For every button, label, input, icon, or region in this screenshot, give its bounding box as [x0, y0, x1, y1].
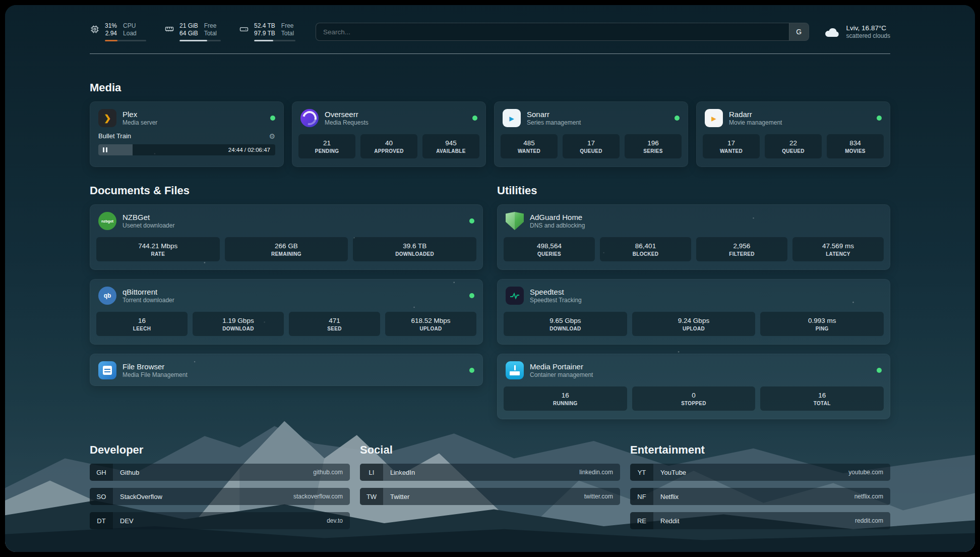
bookmark-twitter[interactable]: TWTwittertwitter.com — [360, 488, 620, 505]
stat-label: SEED — [291, 326, 378, 332]
stat-value: 1.19 Gbps — [195, 316, 282, 325]
stat-value: 9.24 Gbps — [634, 316, 754, 325]
service-card-header: ▸SonarrSeries management — [495, 102, 688, 132]
service-card-qbittorrent[interactable]: qbqBittorrentTorrent downloader16LEECH1.… — [90, 279, 483, 345]
stat-downloaded: 39.6 TBDOWNLOADED — [353, 237, 476, 261]
bookmark-stackoverflow[interactable]: SOStackOverflowstackoverflow.com — [90, 488, 350, 505]
service-card-nzbget[interactable]: nzbgetNZBGetUsenet downloader744.21 Mbps… — [90, 204, 483, 270]
stat-running: 16RUNNING — [504, 386, 627, 411]
bookmark-youtube[interactable]: YTYouTubeyoutube.com — [630, 464, 890, 481]
search-bar: G — [316, 23, 809, 41]
service-name: AdGuard Home — [530, 212, 585, 222]
sonarr-icon: ▸ — [503, 109, 521, 127]
stat-wanted: 485WANTED — [501, 134, 558, 158]
status-dot — [877, 116, 882, 121]
service-title-block: PlexMedia server — [122, 109, 157, 127]
stat-queries: 498,564QUERIES — [504, 237, 595, 261]
service-title-block: RadarrMovie management — [729, 109, 782, 127]
service-name: Media Portainer — [530, 362, 593, 371]
cpu-load-label: Load — [123, 30, 137, 37]
filebrowser-icon — [98, 361, 116, 379]
stat-label: WANTED — [503, 148, 556, 154]
service-name: NZBGet — [122, 212, 174, 222]
service-card-plex[interactable]: ❯PlexMedia serverBullet Train⚙24:44 / 02… — [90, 101, 284, 167]
bookmark-url: dev.to — [327, 517, 343, 524]
bookmark-group-title: Entertainment — [630, 443, 890, 457]
bookmark-url: twitter.com — [584, 493, 613, 500]
service-description: Movie management — [729, 119, 782, 127]
stat-label: BLOCKED — [602, 251, 689, 257]
memory-usage-bar — [179, 40, 221, 41]
nzbget-icon: nzbget — [98, 212, 116, 230]
stat-stopped: 0STOPPED — [632, 386, 756, 411]
bookmark-abbr: GH — [90, 464, 113, 481]
weather-condition: scattered clouds — [846, 32, 890, 40]
service-card-speedtest[interactable]: SpeedtestSpeedtest Tracking9.65 GbpsDOWN… — [497, 279, 890, 345]
status-dot — [270, 116, 275, 121]
stat-value: 17 — [705, 139, 758, 147]
bookmark-abbr: NF — [630, 488, 653, 505]
service-card-media-portainer[interactable]: Media PortainerContainer management16RUN… — [497, 354, 890, 419]
pause-icon[interactable] — [103, 147, 107, 152]
bookmark-group-entertainment: EntertainmentYTYouTubeyoutube.comNFNetfl… — [630, 443, 890, 536]
disk-bar-fill — [254, 40, 273, 41]
portainer-icon — [506, 361, 524, 379]
service-name: Speedtest — [530, 287, 582, 297]
bookmark-url: reddit.com — [855, 517, 883, 524]
cloud-icon — [824, 26, 840, 38]
bookmark-abbr: TW — [360, 488, 383, 505]
status-dot — [675, 116, 680, 121]
bookmark-abbr: DT — [90, 512, 113, 529]
qbittorrent-icon: qb — [98, 287, 116, 305]
service-card-radarr[interactable]: ▸RadarrMovie management17WANTED22QUEUED8… — [696, 101, 890, 167]
stats-grid: 17WANTED22QUEUED834MOVIES — [697, 132, 890, 164]
stat-value: 266 GB — [227, 242, 346, 250]
bookmark-linkedin[interactable]: LILinkedInlinkedin.com — [360, 464, 620, 481]
stat-label: QUEUED — [565, 148, 618, 154]
service-card-header: OverseerrMedia Requests — [292, 102, 485, 132]
section-utilities: Utilities AdGuard HomeDNS and adblocking… — [497, 184, 890, 419]
service-card-file-browser[interactable]: File BrowserMedia File Management — [90, 354, 483, 386]
bookmark-reddit[interactable]: RERedditreddit.com — [630, 512, 890, 529]
utilities-section-title: Utilities — [497, 184, 890, 197]
middle-columns: Documents & Files nzbgetNZBGetUsenet dow… — [90, 184, 890, 419]
now-playing-title: Bullet Train — [98, 132, 131, 140]
settings-gear-icon[interactable]: ⚙ — [269, 132, 275, 140]
service-name: Radarr — [729, 109, 782, 119]
service-description: Container management — [530, 371, 593, 379]
cpu-bar-fill — [105, 40, 117, 41]
stat-value: 39.6 TB — [355, 242, 474, 250]
service-card-sonarr[interactable]: ▸SonarrSeries management485WANTED17QUEUE… — [494, 101, 688, 167]
stats-grid: 16RUNNING0STOPPED16TOTAL — [498, 384, 890, 417]
service-card-overseerr[interactable]: OverseerrMedia Requests21PENDING40APPROV… — [292, 101, 486, 167]
service-card-header: qbqBittorrentTorrent downloader — [90, 280, 482, 310]
bookmark-name: LinkedIn — [390, 469, 415, 476]
cpu-usage-label: CPU — [123, 22, 137, 30]
stat-label: QUEUED — [767, 148, 820, 154]
status-dot — [469, 218, 474, 224]
service-card-header: AdGuard HomeDNS and adblocking — [498, 205, 890, 235]
bookmark-url: stackoverflow.com — [293, 493, 343, 500]
header-divider — [90, 53, 890, 54]
status-dot — [469, 368, 474, 373]
stat-download: 1.19 GbpsDOWNLOAD — [193, 312, 284, 336]
service-card-header: Media PortainerContainer management — [498, 354, 890, 384]
stat-label: LATENCY — [794, 251, 882, 257]
disk-usage-bar — [254, 40, 295, 41]
bookmark-group-social: SocialLILinkedInlinkedin.comTWTwittertwi… — [360, 443, 620, 536]
bookmark-group-developer: DeveloperGHGithubgithub.comSOStackOverfl… — [90, 443, 350, 536]
stat-movies: 834MOVIES — [827, 134, 884, 158]
stat-value: 0.993 ms — [762, 316, 882, 325]
service-card-header: nzbgetNZBGetUsenet downloader — [90, 205, 482, 235]
service-description: Series management — [527, 119, 581, 127]
memory-free-label: Free — [204, 22, 217, 30]
search-engine-button[interactable]: G — [789, 23, 809, 40]
stat-label: APPROVED — [362, 148, 415, 154]
service-card-adguard-home[interactable]: AdGuard HomeDNS and adblocking498,564QUE… — [497, 204, 890, 270]
bookmark-dev[interactable]: DTDEVdev.to — [90, 512, 350, 529]
bookmark-netflix[interactable]: NFNetflixnetflix.com — [630, 488, 890, 505]
stats-grid: 744.21 MbpsRATE266 GBREMAINING39.6 TBDOW… — [90, 235, 482, 267]
search-input[interactable] — [316, 23, 789, 40]
stat-value: 16 — [506, 391, 625, 400]
bookmark-github[interactable]: GHGithubgithub.com — [90, 464, 350, 481]
